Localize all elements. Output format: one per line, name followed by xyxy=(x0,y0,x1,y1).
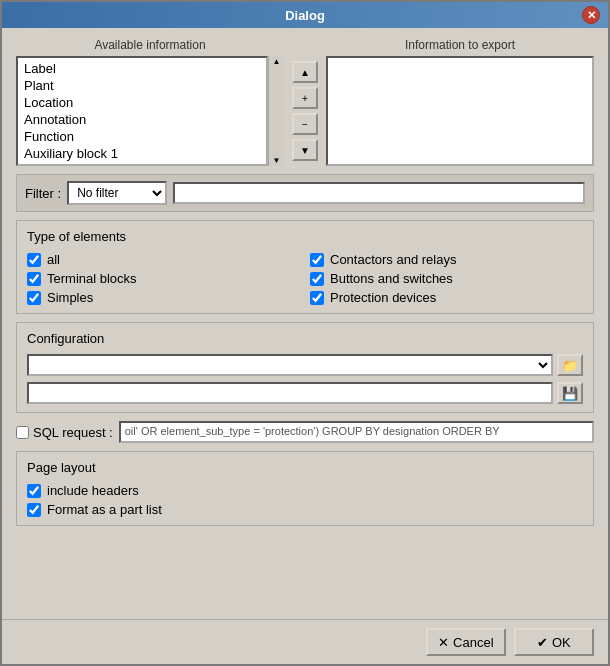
filter-label: Filter : xyxy=(25,186,61,201)
checkbox-protection[interactable]: Protection devices xyxy=(310,290,583,305)
checkbox-buttons-label: Buttons and switches xyxy=(330,271,453,286)
folder-icon: 📁 xyxy=(562,358,578,373)
page-layout-title: Page layout xyxy=(27,460,583,475)
checkbox-simples-input[interactable] xyxy=(27,291,41,305)
list-item[interactable]: Label xyxy=(20,60,264,77)
dialog-content: Available information Label Plant Locati… xyxy=(2,28,608,619)
dialog: Dialog ✕ Available information Label Pla… xyxy=(0,0,610,666)
title-bar: Dialog ✕ xyxy=(2,2,608,28)
save-icon: 💾 xyxy=(562,386,578,401)
checkbox-contactors-label: Contactors and relays xyxy=(330,252,456,267)
filter-row: Filter : No filter xyxy=(16,174,594,212)
filter-input[interactable] xyxy=(173,182,585,204)
list-item[interactable]: Function xyxy=(20,128,264,145)
checkbox-buttons-input[interactable] xyxy=(310,272,324,286)
export-column: Information to export xyxy=(326,38,594,166)
list-item[interactable]: Location xyxy=(20,94,264,111)
checkbox-include-headers-input[interactable] xyxy=(27,484,41,498)
type-of-elements-title: Type of elements xyxy=(27,229,583,244)
available-listbox[interactable]: Label Plant Location Annotation Function… xyxy=(16,56,268,166)
available-label: Available information xyxy=(16,38,284,52)
sql-row: SQL request : oil' OR element_sub_type =… xyxy=(16,421,594,443)
checkbox-all-label: all xyxy=(47,252,60,267)
checkbox-protection-label: Protection devices xyxy=(330,290,436,305)
cancel-button[interactable]: ✕ Cancel xyxy=(426,628,506,656)
sql-checkbox[interactable] xyxy=(16,426,29,439)
dialog-title: Dialog xyxy=(28,8,582,23)
type-checkboxes-grid: all Contactors and relays Terminal block… xyxy=(27,252,583,305)
checkbox-include-headers[interactable]: include headers xyxy=(27,483,583,498)
checkbox-include-headers-label: include headers xyxy=(47,483,139,498)
export-label: Information to export xyxy=(326,38,594,52)
checkbox-terminal-blocks-label: Terminal blocks xyxy=(47,271,137,286)
bottom-bar: ✕ Cancel ✔ OK xyxy=(2,619,608,664)
close-button[interactable]: ✕ xyxy=(582,6,600,24)
export-listbox[interactable] xyxy=(326,56,594,166)
config-text-input[interactable] xyxy=(27,382,553,404)
filter-select[interactable]: No filter xyxy=(67,181,167,205)
remove-button[interactable]: − xyxy=(292,113,318,135)
checkbox-terminal-blocks-input[interactable] xyxy=(27,272,41,286)
sql-checkbox-label[interactable]: SQL request : xyxy=(16,425,113,440)
checkbox-contactors[interactable]: Contactors and relays xyxy=(310,252,583,267)
config-text-row: 💾 xyxy=(27,382,583,404)
config-folder-button[interactable]: 📁 xyxy=(557,354,583,376)
move-down-button[interactable]: ▼ xyxy=(292,139,318,161)
move-up-button[interactable]: ▲ xyxy=(292,61,318,83)
arrow-buttons-col: ▲ + − ▼ xyxy=(292,38,318,166)
checkbox-format-part-list-input[interactable] xyxy=(27,503,41,517)
list-item[interactable]: Auxiliary block 2 xyxy=(20,162,264,166)
checkbox-all-input[interactable] xyxy=(27,253,41,267)
configuration-inner: 📁 💾 xyxy=(27,354,583,404)
checkbox-format-part-list[interactable]: Format as a part list xyxy=(27,502,583,517)
page-layout-section: Page layout include headers Format as a … xyxy=(16,451,594,526)
checkbox-format-part-list-label: Format as a part list xyxy=(47,502,162,517)
available-column: Available information Label Plant Locati… xyxy=(16,38,284,166)
list-item[interactable]: Auxiliary block 1 xyxy=(20,145,264,162)
configuration-section: Configuration 📁 💾 xyxy=(16,322,594,413)
configuration-title: Configuration xyxy=(27,331,583,346)
checkbox-simples-label: Simples xyxy=(47,290,93,305)
checkbox-terminal-blocks[interactable]: Terminal blocks xyxy=(27,271,300,286)
config-save-button[interactable]: 💾 xyxy=(557,382,583,404)
checkbox-protection-input[interactable] xyxy=(310,291,324,305)
top-section: Available information Label Plant Locati… xyxy=(16,38,594,166)
ok-button[interactable]: ✔ OK xyxy=(514,628,594,656)
config-combo[interactable] xyxy=(27,354,553,376)
checkbox-buttons[interactable]: Buttons and switches xyxy=(310,271,583,286)
sql-text: oil' OR element_sub_type = 'protection')… xyxy=(119,421,594,443)
checkbox-simples[interactable]: Simples xyxy=(27,290,300,305)
checkbox-all[interactable]: all xyxy=(27,252,300,267)
list-item[interactable]: Annotation xyxy=(20,111,264,128)
checkbox-contactors-input[interactable] xyxy=(310,253,324,267)
config-combo-row: 📁 xyxy=(27,354,583,376)
sql-label: SQL request : xyxy=(33,425,113,440)
type-of-elements-section: Type of elements all Contactors and rela… xyxy=(16,220,594,314)
add-button[interactable]: + xyxy=(292,87,318,109)
list-item[interactable]: Plant xyxy=(20,77,264,94)
